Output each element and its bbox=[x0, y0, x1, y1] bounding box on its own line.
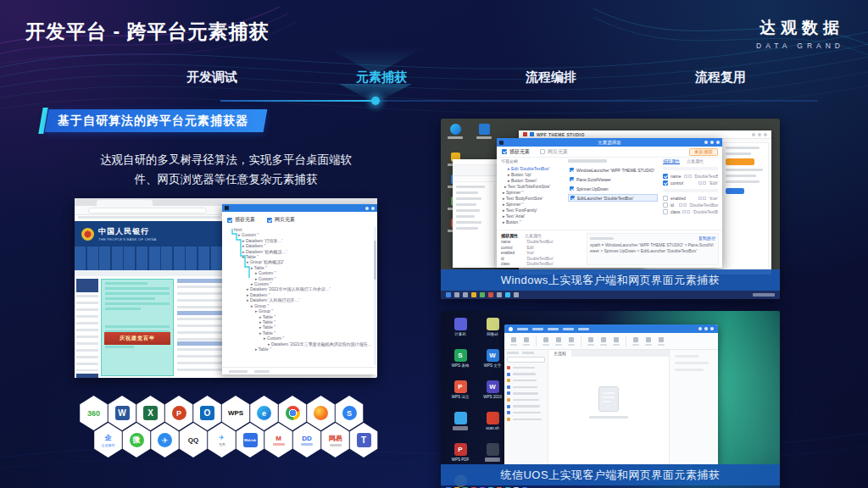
dialog-tree-item[interactable]: ▸ Spinner '' bbox=[501, 190, 564, 196]
stage-tab-流程编排[interactable]: 流程编排 bbox=[466, 69, 636, 86]
pbc-highlighted-element[interactable]: 庆祝建党百年 bbox=[101, 279, 174, 376]
minimize-icon[interactable] bbox=[365, 207, 369, 210]
maximize-icon[interactable] bbox=[710, 141, 714, 144]
explorer-sidebar[interactable] bbox=[453, 183, 495, 268]
menu-item[interactable] bbox=[548, 328, 559, 330]
dialog-tree-item[interactable]: ▸ Button 'Up' bbox=[501, 172, 564, 178]
welink-icon[interactable]: WeLink bbox=[235, 423, 266, 458]
回收站-icon[interactable]: 回收站 bbox=[478, 318, 507, 336]
path-step-row[interactable]: WindowLauncher 'WPF THEME STUDIO' bbox=[568, 166, 658, 174]
scrollbar[interactable] bbox=[374, 227, 376, 365]
captured-props-tab[interactable]: 捕获属性 bbox=[663, 158, 680, 164]
property-row[interactable]: id'DoubleTextBox' bbox=[663, 202, 718, 208]
toolbar-button[interactable] bbox=[632, 337, 639, 346]
sidebar-list-item[interactable] bbox=[507, 373, 545, 376]
dialog-tree-item[interactable]: ▸ Spinner '' bbox=[501, 202, 564, 208]
desktop-icon-icon[interactable] bbox=[478, 443, 507, 462]
toolbar-button[interactable] bbox=[587, 337, 594, 346]
property-row[interactable]: name'DoubleTextBox' bbox=[663, 173, 718, 180]
edge-desktop-icon[interactable] bbox=[442, 124, 468, 139]
sidebar-list-item[interactable] bbox=[507, 405, 545, 408]
m-mail-icon[interactable]: M bbox=[263, 423, 294, 458]
taskbar-app-icon[interactable] bbox=[480, 292, 485, 297]
close-icon[interactable] bbox=[710, 327, 714, 330]
taskbar-app-icon[interactable] bbox=[471, 292, 476, 297]
taskbar-app-icon[interactable] bbox=[463, 292, 468, 297]
close-icon[interactable] bbox=[371, 207, 375, 210]
teams-icon[interactable]: T bbox=[348, 423, 380, 458]
toolbar-button[interactable] bbox=[645, 337, 652, 346]
menu-item[interactable] bbox=[517, 328, 528, 330]
WPS 演示-icon[interactable]: PWPS 演示 bbox=[446, 380, 475, 399]
WPS PDF-icon[interactable]: PWPS PDF bbox=[446, 443, 475, 462]
stage-tab-元素捕获[interactable]: 元素捕获 bbox=[297, 69, 466, 86]
toolbar-button[interactable] bbox=[510, 337, 517, 346]
web-element-option[interactable]: 网页元素 bbox=[267, 216, 295, 224]
toolbar-button[interactable] bbox=[542, 337, 549, 346]
studio-content-button[interactable] bbox=[726, 158, 754, 165]
scan.sh-icon[interactable]: scan.sh bbox=[478, 412, 507, 430]
uos-sidebar[interactable] bbox=[504, 350, 548, 464]
sidebar-list-item[interactable] bbox=[507, 385, 545, 389]
menu-item[interactable] bbox=[532, 328, 543, 330]
stage-tab-开发调试[interactable]: 开发调试 bbox=[127, 69, 297, 86]
toolbar-button[interactable] bbox=[600, 337, 607, 346]
dd-mail-icon[interactable]: DD bbox=[292, 423, 323, 458]
WPS 表格-icon[interactable]: SWPS 表格 bbox=[446, 349, 475, 368]
maximize-icon[interactable] bbox=[704, 327, 708, 330]
taskbar-app-icon[interactable] bbox=[488, 292, 493, 297]
dialog-tree-item[interactable]: ▸ Text 'SubTitleFontSize' bbox=[501, 184, 564, 190]
sidebar-list-item[interactable] bbox=[507, 418, 545, 421]
toolbar-button[interactable] bbox=[523, 337, 530, 346]
taskbar-app-icon[interactable] bbox=[514, 292, 519, 297]
toolbar-button[interactable] bbox=[613, 337, 620, 346]
sidebar-search-input[interactable] bbox=[507, 357, 545, 363]
windows-taskbar[interactable] bbox=[441, 291, 780, 299]
sidebar-list-item[interactable] bbox=[507, 411, 545, 414]
dialog-tree-item[interactable]: ▸ Button '' bbox=[501, 219, 564, 225]
capture-element-tab[interactable]: 捕获元素 bbox=[502, 148, 530, 156]
checkbox-icon[interactable] bbox=[502, 149, 507, 154]
sidebar-list-item[interactable] bbox=[507, 379, 545, 382]
path-step-row[interactable]: Spinner.UpDown bbox=[568, 185, 658, 192]
sidebar-list-item[interactable] bbox=[507, 391, 545, 395]
dialog-tree-item[interactable]: ▸ Text 'FontFamily' bbox=[501, 208, 564, 214]
copy-path-link[interactable]: 复制路径 bbox=[698, 236, 715, 241]
dialog-titlebar[interactable]: 元素选择器 bbox=[497, 138, 722, 147]
property-row[interactable]: class'DoubleTextBox' bbox=[663, 208, 718, 215]
minimize-icon[interactable] bbox=[698, 327, 702, 330]
browser-tab[interactable] bbox=[97, 200, 153, 206]
wechat-icon[interactable]: 微 bbox=[121, 423, 153, 458]
taskbar-app-icon[interactable] bbox=[505, 292, 510, 297]
toolbar-button[interactable] bbox=[568, 337, 575, 346]
WPS 文字-icon[interactable]: WWPS 文字 bbox=[478, 349, 507, 368]
minimize-icon[interactable] bbox=[704, 141, 708, 144]
menu-item[interactable] bbox=[578, 328, 589, 330]
uos-toolbar[interactable] bbox=[504, 333, 718, 350]
capture-panel-titlebar[interactable] bbox=[222, 204, 377, 212]
tim-icon[interactable]: ✈ bbox=[149, 423, 181, 458]
checkbox-icon[interactable] bbox=[227, 218, 232, 223]
teamviewer-desktop-icon[interactable] bbox=[471, 124, 497, 139]
checkbox-icon[interactable] bbox=[540, 149, 545, 154]
计算机-icon[interactable]: 计算机 bbox=[446, 318, 475, 336]
main-flow-tab[interactable]: 主流程 bbox=[548, 350, 571, 357]
dialog-tree-item[interactable]: ▸ Text 'BodyFontSize' bbox=[501, 196, 564, 202]
feishu-icon[interactable]: ✈飞书 bbox=[206, 423, 237, 458]
path-step-row[interactable]: EditLauncher 'DoubleTextBox' bbox=[568, 194, 658, 202]
WPS 2019-icon[interactable]: WWPS 2019 bbox=[478, 380, 507, 399]
wecom-icon[interactable]: 企企业微信 bbox=[92, 423, 124, 458]
checkbox-icon[interactable] bbox=[267, 218, 272, 223]
pbc-nav-grid[interactable] bbox=[75, 247, 224, 270]
tree-item[interactable]: ▸ Table '' bbox=[225, 347, 371, 352]
taskbar-app-icon[interactable] bbox=[454, 292, 459, 297]
uos-titlebar[interactable] bbox=[504, 324, 718, 333]
dialog-tree-item[interactable]: ▸ Button 'Down' bbox=[501, 178, 564, 184]
sidebar-list-item[interactable] bbox=[507, 398, 545, 402]
toolbar-button[interactable] bbox=[555, 337, 562, 346]
netease-mail-icon[interactable]: 网易 bbox=[320, 423, 351, 458]
dialog-tree-item[interactable]: ▸ Edit 'DoubleTextBox' bbox=[501, 166, 564, 172]
close-icon[interactable] bbox=[716, 141, 720, 144]
property-row[interactable]: enabled'true' bbox=[663, 195, 718, 202]
dialog-tree-item[interactable]: ▸ Text 'Arial' bbox=[501, 214, 564, 219]
